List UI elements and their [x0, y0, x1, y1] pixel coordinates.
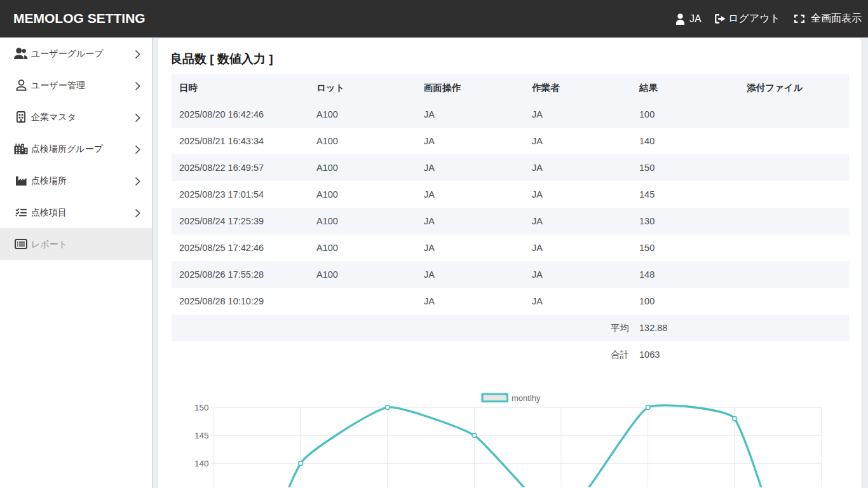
- svg-text:150: 150: [194, 403, 209, 412]
- svg-text:140: 140: [194, 459, 209, 468]
- svg-text:montlhy: montlhy: [512, 393, 541, 403]
- svg-text:145: 145: [194, 431, 209, 440]
